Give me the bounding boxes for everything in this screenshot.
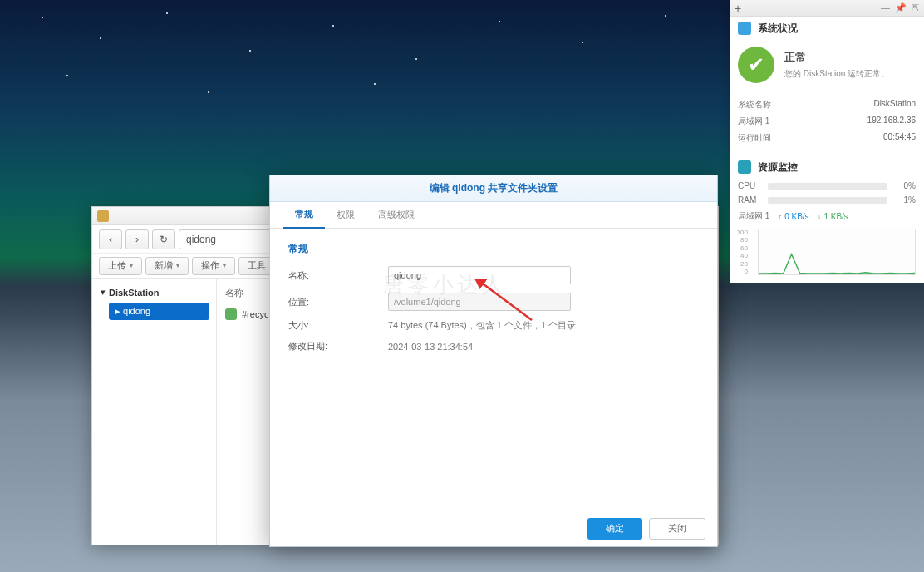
name-input[interactable]: [388, 266, 571, 284]
resource-title: 资源监控: [758, 160, 798, 175]
name-label: 名称:: [288, 269, 388, 282]
refresh-button[interactable]: ↻: [152, 229, 175, 249]
file-name: #recyc: [242, 309, 268, 319]
recycle-icon: [225, 308, 237, 320]
tab-general[interactable]: 常规: [283, 201, 325, 229]
uptime-label: 运行时间: [738, 132, 771, 144]
dialog-footer: 确定 关闭: [270, 510, 717, 546]
sidebar-child-label: qidong: [123, 306, 150, 316]
file-browser-sidebar: ▾ DiskStation ▸ qidong: [92, 279, 217, 545]
sidebar-node-diskstation[interactable]: ▾ DiskStation: [96, 284, 213, 301]
dialog-title: 编辑 qidong 共享文件夹设置: [270, 175, 717, 202]
upload-label: 上传: [108, 259, 126, 272]
network-chart: [758, 229, 916, 275]
sidebar-root-label: DiskStation: [109, 288, 160, 298]
ram-pct: 1%: [894, 195, 916, 205]
ok-button[interactable]: 确定: [587, 518, 642, 540]
action-button[interactable]: 操作▾: [192, 257, 235, 275]
new-button[interactable]: 新增▾: [145, 257, 189, 275]
location-input: [388, 293, 571, 311]
action-label: 操作: [201, 259, 219, 272]
cpu-meter: [768, 183, 887, 190]
info-icon: [738, 22, 751, 35]
minimize-icon[interactable]: —: [881, 2, 890, 13]
status-sub: 您的 DiskStation 运转正常。: [784, 68, 889, 80]
status-main: 正常: [784, 50, 889, 65]
pin-icon[interactable]: 📌: [895, 2, 907, 13]
size-label: 大小:: [288, 319, 388, 332]
net-label: 局域网 1: [738, 210, 769, 222]
widget-panel: + — 📌 ⇱ 系统状况 ✔ 正常 您的 DiskStation 运转正常。 系…: [730, 0, 924, 283]
widget-titlebar[interactable]: + — 📌 ⇱: [730, 0, 924, 17]
system-status-widget: 系统状况 ✔ 正常 您的 DiskStation 运转正常。 系统名称DiskS…: [730, 17, 924, 155]
tools-label: 工具: [248, 259, 266, 272]
monitor-icon: [738, 160, 751, 174]
back-button[interactable]: ‹: [99, 229, 122, 249]
sysname-label: 系统名称: [738, 99, 771, 111]
folder-icon: [97, 210, 109, 222]
net-up: ↑ 0 KB/s: [778, 212, 808, 221]
lan-label: 局域网 1: [738, 116, 769, 127]
lan-value: 192.168.2.36: [867, 116, 916, 127]
date-value: 2024-03-13 21:34:54: [388, 342, 473, 352]
dialog-body: 常规 名称: 位置: 大小: 74 bytes (74 Bytes)，包含 1 …: [270, 229, 717, 374]
sysname-value: DiskStation: [873, 99, 916, 111]
add-widget-button[interactable]: +: [735, 2, 741, 15]
tab-permissions[interactable]: 权限: [325, 202, 366, 228]
resource-monitor-widget: 资源监控 CPU 0% RAM 1% 局域网 1 ↑ 0 KB/s ↓ 1 KB…: [730, 155, 924, 284]
system-status-title: 系统状况: [758, 22, 798, 36]
edit-shared-folder-dialog: 编辑 qidong 共享文件夹设置 常规 权限 高级权限 常规 名称: 位置: …: [269, 175, 718, 547]
uptime-value: 00:54:45: [883, 132, 916, 144]
upload-button[interactable]: 上传▾: [99, 257, 142, 275]
location-label: 位置:: [288, 296, 388, 308]
ram-meter: [768, 197, 887, 204]
expand-icon[interactable]: ⇱: [912, 2, 919, 13]
tab-advanced-permissions[interactable]: 高级权限: [366, 202, 426, 228]
sidebar-node-qidong[interactable]: ▸ qidong: [109, 303, 209, 320]
new-label: 新增: [155, 259, 173, 272]
chart-y-labels: 100 80 60 40 20 0: [730, 229, 748, 275]
cpu-label: CPU: [738, 181, 761, 190]
dialog-tabs: 常规 权限 高级权限: [270, 202, 717, 229]
size-value: 74 bytes (74 Bytes)，包含 1 个文件，1 个目录: [388, 319, 576, 332]
date-label: 修改日期:: [288, 340, 388, 353]
ram-label: RAM: [738, 195, 761, 205]
cancel-button[interactable]: 关闭: [649, 518, 705, 540]
forward-button[interactable]: ›: [125, 229, 149, 249]
section-general-header: 常规: [288, 242, 699, 256]
status-ok-icon: ✔: [738, 47, 774, 83]
net-dn: ↓ 1 KB/s: [818, 212, 848, 221]
cpu-pct: 0%: [894, 181, 916, 190]
